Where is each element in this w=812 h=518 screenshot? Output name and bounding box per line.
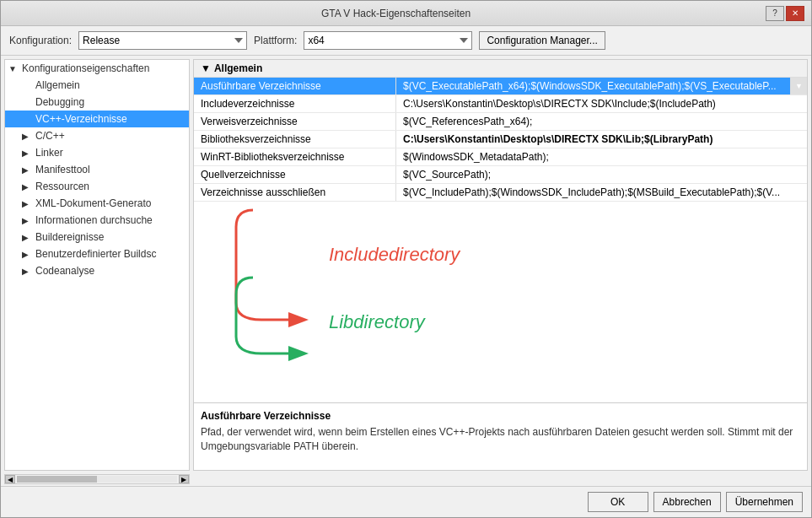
tree-item-ressourcen[interactable]: ▶ Ressourcen	[5, 178, 189, 195]
expand-icon-root: ▼	[8, 64, 19, 73]
tree-item-allgemein[interactable]: Allgemein	[5, 77, 189, 94]
prop-name-include: Includeverzeichnisse	[194, 95, 396, 112]
scroll-right-btn[interactable]: ▶	[179, 475, 189, 483]
section-header: ▼ Allgemein	[194, 60, 807, 78]
dropdown-btn-executable[interactable]: ▼	[790, 78, 807, 94]
main-dialog: GTA V Hack-Eigenschaftenseiten ? ✕ Konfi…	[0, 0, 812, 518]
scroll-thumb	[17, 476, 97, 483]
prop-value-winrt: $(WindowsSDK_MetadataPath);	[396, 148, 807, 165]
prop-name-exclude: Verzeichnisse ausschließen	[194, 184, 396, 201]
prop-value-bibliothek: C:\Users\Konstantin\Desktop\s\DIRECTX SD…	[396, 131, 807, 148]
tree-item-cpp[interactable]: ▶ C/C++	[5, 127, 189, 144]
title-bar-controls: ? ✕	[766, 6, 804, 21]
config-select[interactable]: Release	[78, 31, 247, 50]
description-text: Pfad, der verwendet wird, wenn beim Erst…	[201, 425, 800, 454]
tree-item-debugging[interactable]: Debugging	[5, 94, 189, 111]
expand-icon-cpp: ▶	[22, 132, 32, 141]
tree-item-allgemein-label: Allgemein	[35, 79, 80, 91]
tree-item-custom[interactable]: ▶ Benutzerdefinierter Buildsc	[5, 246, 189, 262]
tree-item-vc-verzeichnisse[interactable]: VC++-Verzeichnisse	[5, 111, 189, 127]
prop-value-include: C:\Users\Konstantin\Desktop\s\DIRECTX SD…	[396, 95, 807, 112]
scroll-track	[17, 476, 177, 483]
expand-icon-ressourcen: ▶	[22, 182, 32, 192]
description-panel: Ausführbare Verzeichnisse Pfad, der verw…	[194, 402, 807, 470]
tree-item-linker-label: Linker	[35, 147, 63, 159]
bottom-bar: OK Abbrechen Übernehmen	[1, 486, 811, 517]
tree-item-code[interactable]: ▶ Codeanalyse	[5, 262, 189, 279]
expand-icon-xml: ▶	[22, 199, 32, 208]
properties-table: ▼ Allgemein Ausführbare Verzeichnisse $(…	[194, 60, 807, 402]
ok-button[interactable]: OK	[588, 492, 648, 512]
right-panel: ▼ Allgemein Ausführbare Verzeichnisse $(…	[193, 59, 808, 471]
prop-row-executable[interactable]: Ausführbare Verzeichnisse $(VC_Executabl…	[194, 78, 807, 95]
config-label: Konfiguration:	[9, 35, 72, 46]
bottom-scrollbar-area: ◀ ▶	[1, 474, 811, 486]
tree-item-manifesttool-label: Manifesttool	[35, 164, 90, 175]
toolbar: Konfiguration: Release Plattform: x64 Co…	[1, 26, 811, 56]
prop-name-quelle: Quellverzeichnisse	[194, 166, 396, 183]
tree-item-info-label: Informationen durchsuche	[35, 214, 153, 226]
prop-name-winrt: WinRT-Bibliotheksverzeichnisse	[194, 148, 396, 165]
expand-icon-code: ▶	[22, 267, 32, 276]
left-tree-panel: ▼ Konfigurationseigenschaften Allgemein …	[4, 59, 190, 471]
tree-item-linker[interactable]: ▶ Linker	[5, 144, 189, 161]
section-collapse-icon: ▼	[201, 62, 211, 74]
expand-icon-info: ▶	[22, 216, 32, 225]
tree-item-debugging-label: Debugging	[35, 96, 84, 108]
tree-item-root[interactable]: ▼ Konfigurationseigenschaften	[5, 60, 189, 77]
expand-icon-linker: ▶	[22, 148, 32, 158]
left-scrollbar[interactable]: ◀ ▶	[4, 474, 190, 484]
tree-item-build[interactable]: ▶ Buildereignisse	[5, 229, 189, 246]
tree-item-code-label: Codeanalyse	[35, 265, 94, 277]
platform-label: Plattform:	[254, 35, 297, 46]
description-title: Ausführbare Verzeichnisse	[201, 410, 800, 422]
prop-name-executable: Ausführbare Verzeichnisse	[194, 78, 396, 94]
title-bar: GTA V Hack-Eigenschaftenseiten ? ✕	[1, 1, 811, 26]
platform-select[interactable]: x64	[304, 31, 472, 50]
apply-button[interactable]: Übernehmen	[726, 492, 803, 512]
green-arrow-svg	[202, 269, 337, 370]
help-button[interactable]: ?	[766, 6, 784, 21]
tree-item-root-label: Konfigurationseigenschaften	[22, 62, 149, 74]
tree-item-xml[interactable]: ▶ XML-Dokument-Generato	[5, 195, 189, 212]
tree-item-cpp-label: C/C++	[35, 130, 65, 142]
prop-name-verweis: Verweisverzeichnisse	[194, 113, 396, 130]
close-button[interactable]: ✕	[786, 6, 804, 21]
tree-item-vc-label: VC++-Verzeichnisse	[35, 113, 127, 125]
prop-row-winrt[interactable]: WinRT-Bibliotheksverzeichnisse $(Windows…	[194, 148, 807, 166]
prop-row-verweis[interactable]: Verweisverzeichnisse $(VC_ReferencesPath…	[194, 113, 807, 131]
cancel-button[interactable]: Abbrechen	[653, 492, 721, 512]
prop-value-quelle: $(VC_SourcePath);	[396, 166, 807, 183]
annotation-area: Includedirectory Libdirectory	[194, 202, 807, 387]
tree-item-manifesttool[interactable]: ▶ Manifesttool	[5, 161, 189, 178]
expand-icon-custom: ▶	[22, 250, 32, 259]
prop-row-bibliothek[interactable]: Bibliotheksverzeichnisse C:\Users\Konsta…	[194, 131, 807, 148]
prop-name-bibliothek: Bibliotheksverzeichnisse	[194, 131, 396, 148]
tree-item-xml-label: XML-Dokument-Generato	[35, 197, 151, 209]
prop-value-exclude: $(VC_IncludePath);$(WindowsSDK_IncludePa…	[396, 184, 807, 201]
expand-icon-build: ▶	[22, 233, 32, 242]
window-title: GTA V Hack-Eigenschaftenseiten	[26, 8, 766, 19]
prop-row-quelle[interactable]: Quellverzeichnisse $(VC_SourcePath);	[194, 166, 807, 184]
tree-item-info[interactable]: ▶ Informationen durchsuche	[5, 212, 189, 229]
scroll-left-btn[interactable]: ◀	[5, 475, 15, 483]
tree-item-ressourcen-label: Ressourcen	[35, 181, 89, 192]
tree-item-build-label: Buildereignisse	[35, 231, 104, 243]
config-manager-button[interactable]: Configuration Manager...	[479, 31, 605, 50]
prop-row-include[interactable]: Includeverzeichnisse C:\Users\Konstantin…	[194, 95, 807, 113]
annotation-include: Includedirectory	[329, 244, 460, 266]
annotation-lib: Libdirectory	[329, 311, 425, 333]
expand-icon-manifest: ▶	[22, 165, 32, 175]
prop-value-verweis: $(VC_ReferencesPath_x64);	[396, 113, 807, 130]
section-title: Allgemein	[214, 62, 262, 74]
tree-item-custom-label: Benutzerdefinierter Buildsc	[35, 248, 156, 260]
prop-value-executable: $(VC_ExecutablePath_x64);$(WindowsSDK_Ex…	[396, 78, 790, 94]
prop-row-exclude[interactable]: Verzeichnisse ausschließen $(VC_IncludeP…	[194, 184, 807, 202]
main-content: ▼ Konfigurationseigenschaften Allgemein …	[1, 56, 811, 474]
